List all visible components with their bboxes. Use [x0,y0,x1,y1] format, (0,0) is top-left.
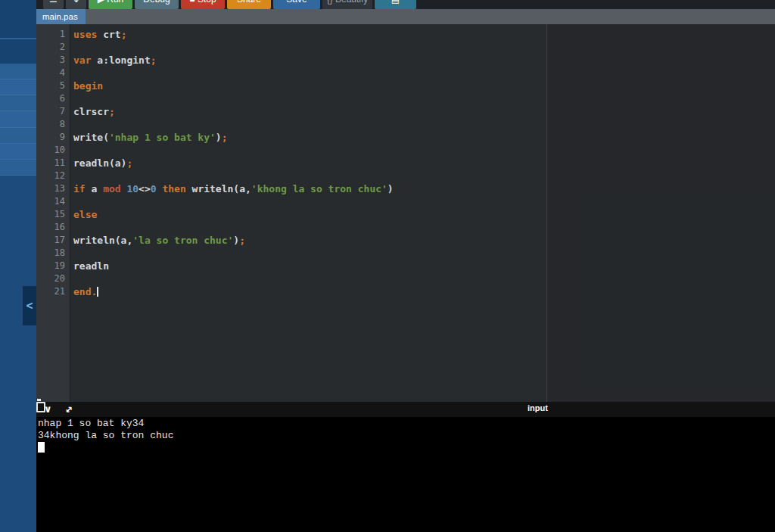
code-line: writeln(a,'la so tron chuc'); [73,234,775,247]
line-number: 16 [36,221,70,234]
console-output[interactable]: nhap 1 so bat ky3434khong la so tron chu… [38,418,173,453]
console-layout-button[interactable]: ▤ [375,0,416,9]
code-token: then [157,183,192,194]
code-content: uses crt;var a:longint;beginclrscr;write… [73,28,775,298]
tab-bar: main.pas [36,9,775,24]
console-block-cursor [38,442,45,453]
line-number: 2 [36,41,70,54]
line-number: 13 [36,182,70,195]
code-token: 10 [126,183,139,194]
line-number: 18 [36,247,70,260]
code-line: else [73,208,775,221]
code-token: crt [103,29,120,40]
code-token: if [73,183,91,194]
line-number: 4 [36,67,70,79]
code-token: ) [216,132,222,143]
sidebar-row [0,160,36,176]
code-line [73,118,775,131]
sidebar-row [0,64,36,79]
code-line [73,247,775,260]
run-button[interactable]: ▶ Run [89,0,132,9]
code-line [73,144,775,157]
code-token: writeln(a, [73,235,132,246]
code-token: clrscr [73,106,109,117]
code-token: ; [126,157,132,169]
code-editor[interactable]: 123456789101112131415161718192021 uses c… [36,24,775,402]
code-token: . [91,286,97,297]
console-line: 34khong la so tron chuc [38,430,173,442]
console-line: nhap 1 so bat ky34 [38,418,173,430]
ide-window: < ☰⇣▶ RunDebug■ StopShareSave{} Beautify… [0,0,775,532]
line-number: 3 [36,54,70,67]
sidebar-row [0,128,36,144]
code-token: writeln(a, [192,183,251,194]
beautify-button[interactable]: {} Beautify [322,0,372,9]
code-line: end. [73,285,775,298]
code-token: uses [73,29,103,40]
line-number: 5 [36,79,70,92]
sidebar-row [0,144,36,160]
code-token: ) [388,183,394,194]
line-number: 1 [36,28,70,41]
code-token: mod [103,183,126,194]
code-line [73,92,775,105]
code-line: clrscr; [73,105,775,118]
line-number: 12 [36,170,70,182]
code-line: var a:longint; [73,54,775,67]
main-area: ☰⇣▶ RunDebug■ StopShareSave{} Beautify▤ … [36,0,775,532]
debug-button[interactable]: Debug [135,0,179,9]
code-token: 'khong la so tron chuc' [251,183,388,194]
sidebar-row [0,111,36,127]
code-token: ; [222,132,228,143]
code-line [73,221,775,234]
code-token: else [73,209,97,220]
sidebar-section-upper [0,39,36,64]
code-token: ) [233,235,239,246]
menu-button[interactable]: ☰ [43,0,64,9]
console-expand-icon[interactable]: ↔ [63,403,76,415]
code-line: if a mod 10<>0 then writeln(a,'khong la … [73,182,775,195]
line-number: 15 [36,208,70,221]
line-number: 20 [36,272,70,285]
code-line: uses crt; [73,28,775,41]
line-number: 10 [36,144,70,157]
line-number-gutter: 123456789101112131415161718192021 [36,28,70,298]
share-button[interactable]: Share [227,0,271,9]
code-line [73,195,775,208]
code-token: ; [121,29,127,40]
line-number: 21 [36,285,70,298]
code-token: 'nhap 1 so bat ky' [109,132,216,143]
code-token: write( [73,132,109,143]
code-line: readln(a); [73,157,775,170]
stop-button[interactable]: ■ Stop [181,0,225,9]
sidebar-list [0,64,36,176]
line-number: 8 [36,118,70,131]
line-number: 9 [36,131,70,144]
console-header: ∨ ↔ input [36,402,775,417]
code-token: readln [73,260,109,272]
code-token: a [91,183,103,194]
code-line [73,170,775,182]
text-cursor [97,287,98,297]
quick-actions-button[interactable]: ⇣ [66,0,86,9]
code-token: ; [109,106,115,117]
left-sidebar: < [0,0,36,532]
code-line: write('nhap 1 so bat ky'); [73,131,775,144]
line-number: 11 [36,157,70,170]
code-token: 0 [151,183,157,194]
code-token: 'la so tron chuc' [132,235,233,246]
chevron-left-icon: < [26,299,33,313]
code-line: readln [73,260,775,272]
code-token: readln(a) [73,157,126,169]
console-input-label: input [528,403,548,412]
console-panel: ∨ ↔ input nhap 1 so bat ky3434khong la s… [36,402,775,532]
save-button[interactable]: Save [273,0,320,9]
line-number: 17 [36,234,70,247]
code-token: begin [73,80,103,92]
sidebar-row [0,79,36,95]
code-token: end [73,286,91,297]
line-number: 7 [36,105,70,118]
console-collapse-icon[interactable]: ∨ [44,404,52,415]
tab-main-pas[interactable]: main.pas [36,9,86,24]
sidebar-collapse-button[interactable]: < [23,286,36,325]
